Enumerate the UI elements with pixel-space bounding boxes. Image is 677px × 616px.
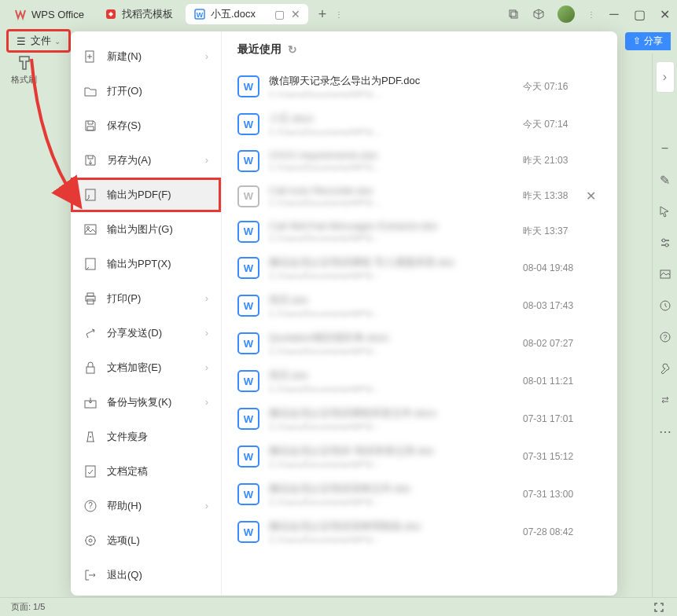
lock-icon [83, 361, 98, 375]
recent-file-row[interactable]: W微信会员认证培训课程 导入课题录音.docC:/Users/Documents… [237, 249, 602, 287]
pdf-icon [83, 188, 98, 202]
tool-icon[interactable] [658, 361, 672, 376]
recent-file-row[interactable]: W微信会员认证培训课程录音文件.docxC:/Users/Documents/W… [237, 400, 602, 438]
menu-item-help[interactable]: ?帮助(H)› [71, 489, 221, 523]
svg-rect-7 [85, 225, 96, 234]
menu-item-slim[interactable]: 文件瘦身 [71, 420, 221, 454]
menu-item-saveas[interactable]: 另存为(A)› [71, 143, 221, 178]
recent-file-row[interactable]: W小五.docxC:/Users/Documents/WPS/...今天 07:… [237, 105, 602, 143]
share-label: 分享 [644, 35, 663, 48]
file-info: Call Auto Recorder.docC:/Users/Documents… [269, 185, 523, 207]
new-icon [83, 50, 98, 64]
final-icon [83, 464, 98, 478]
minimize-icon[interactable]: ─ [608, 8, 620, 20]
close-icon[interactable]: ✕ [658, 8, 671, 20]
swap-icon[interactable] [658, 393, 672, 407]
maximize-icon[interactable]: ▢ [633, 8, 646, 20]
recent-file-row[interactable]: W微信聊天记录怎么导出为PDF.docC:/Users/Documents/WP… [237, 68, 602, 105]
cube-icon[interactable] [532, 8, 545, 20]
avatar-menu-icon[interactable]: ⋮ [587, 10, 595, 19]
window-controls: ⋮ ─ ▢ ✕ [507, 6, 671, 23]
menu-item-final[interactable]: 文档定稿 [71, 454, 221, 489]
tab-docer[interactable]: 找稻壳模板 [97, 4, 181, 24]
chevron-right-icon: › [205, 397, 208, 408]
wps-icon [14, 8, 27, 20]
print-icon [83, 292, 98, 306]
file-info: 小五.docxC:/Users/Documents/WPS/... [269, 112, 523, 137]
more-icon[interactable]: ⋯ [658, 424, 672, 438]
fullscreen-icon[interactable] [652, 600, 666, 614]
pencil-icon[interactable]: ✎ [658, 173, 672, 187]
tab-device-icon[interactable]: ▢ [274, 8, 285, 20]
menu-item-lock[interactable]: 文档加密(E)› [71, 350, 221, 385]
new-tab-button[interactable]: + [313, 5, 332, 24]
tab-close-icon[interactable]: ✕ [291, 8, 300, 20]
menu-item-opts[interactable]: 选项(L) [71, 523, 221, 558]
svg-rect-16 [86, 466, 95, 477]
format-brush-button[interactable]: 格式刷 [11, 53, 37, 86]
share-button[interactable]: ⇧ 分享 [625, 32, 671, 50]
recent-file-row[interactable]: WCall WeChat Messages Extractor.docC:/Us… [237, 214, 602, 249]
image-icon[interactable] [658, 267, 672, 281]
recent-file-row[interactable]: W微信会员认证培训清单明细表.docC:/Users/Documents/WPS… [237, 513, 602, 551]
file-path: C:/Users/Documents/WPS/... [269, 497, 523, 507]
tab-document[interactable]: W 小五.docx ▢ ✕ [186, 4, 308, 24]
tab-options-icon[interactable]: ⋮ [335, 10, 343, 19]
recent-header: 最近使用 ↻ [237, 42, 602, 57]
user-avatar[interactable] [557, 6, 575, 23]
tab-wps-office[interactable]: WPS Office [6, 5, 92, 24]
refresh-icon[interactable]: ↻ [288, 43, 297, 56]
recent-files-list: W微信聊天记录怎么导出为PDF.docC:/Users/Documents/WP… [237, 68, 602, 551]
menu-item-label: 另存为(A) [107, 153, 151, 167]
settings-icon[interactable] [658, 236, 672, 250]
img-icon [83, 222, 98, 236]
menu-item-ppt[interactable]: 输出为PPT(X) [71, 247, 221, 281]
file-menu-button[interactable]: ☰ 文件 ⌄ [6, 29, 71, 53]
menu-item-exit[interactable]: 退出(Q) [71, 558, 221, 592]
menu-item-save[interactable]: 保存(S) [71, 108, 221, 143]
menu-item-backup[interactable]: 备份与恢复(K)› [71, 385, 221, 420]
recent-file-row[interactable]: W微信会员认证培训 培训录音记录.docC:/Users/Documents/W… [237, 438, 602, 475]
slim-icon [83, 430, 98, 444]
menu-item-open[interactable]: 打开(O) [71, 74, 221, 108]
clock-icon[interactable] [658, 299, 672, 313]
menu-item-share[interactable]: 分享发送(D)› [71, 316, 221, 350]
recent-file-row[interactable]: W微信会员认证培训清单文件.docC:/Users/Documents/WPS/… [237, 475, 602, 513]
statusbar: 页面: 1/5 [0, 597, 677, 616]
menu-item-img[interactable]: 输出为图片(G) [71, 212, 221, 247]
file-timestamp: 07-28 08:42 [523, 526, 586, 537]
menu-item-label: 文件瘦身 [107, 430, 148, 444]
word-file-icon: W [237, 185, 259, 207]
remove-recent-icon[interactable]: ✕ [586, 189, 602, 204]
word-file-icon: W [237, 257, 259, 279]
file-name: 微信会员认证培训清单明细表.doc [269, 519, 523, 534]
tab-label: 小五.docx [211, 7, 256, 21]
file-name: 简历.doc [269, 293, 523, 307]
page-indicator[interactable]: 页面: 1/5 [11, 601, 45, 613]
menu-item-label: 打印(P) [107, 292, 141, 306]
chevron-right-icon: › [205, 500, 208, 512]
recent-file-row[interactable]: WXXXX requirements.docC:/Users/Documents… [237, 143, 602, 178]
recent-file-row[interactable]: W简历.docC:/Users/Documents/WPS/...08-01 1… [237, 362, 602, 400]
copy-icon[interactable] [507, 8, 520, 20]
minus-icon[interactable]: − [658, 141, 672, 156]
format-brush-label: 格式刷 [11, 74, 37, 86]
menu-item-new[interactable]: 新建(N)› [71, 39, 221, 74]
recent-file-row[interactable]: WQuotation项目报价单.docxC:/Users/Documents/W… [237, 324, 602, 362]
file-info: Call WeChat Messages Extractor.docC:/Use… [269, 220, 523, 243]
expand-rail-button[interactable]: › [656, 61, 675, 93]
recent-file-row[interactable]: WCall Auto Recorder.docC:/Users/Document… [237, 178, 602, 214]
help-icon[interactable]: ? [658, 330, 672, 344]
word-file-icon: W [237, 446, 259, 468]
svg-rect-9 [86, 258, 95, 270]
chevron-right-icon: › [205, 362, 208, 373]
svg-point-8 [87, 227, 90, 229]
recent-file-row[interactable]: W简历.docC:/Users/Documents/WPS/...08-03 1… [237, 287, 602, 324]
cursor-icon[interactable] [658, 204, 672, 218]
word-file-icon: W [237, 150, 259, 172]
opts-icon [83, 534, 98, 548]
menu-item-pdf[interactable]: 输出为PDF(F) [71, 178, 221, 212]
file-timestamp: 08-01 11:21 [523, 376, 586, 387]
svg-point-15 [90, 436, 91, 438]
menu-item-print[interactable]: 打印(P)› [71, 281, 221, 316]
